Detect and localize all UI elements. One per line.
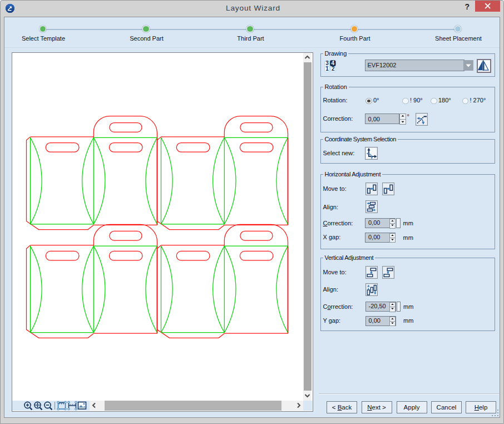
svg-text:1: 1 [325,66,329,72]
svg-text:4: 4 [331,60,334,66]
svg-text:2: 2 [332,66,335,72]
